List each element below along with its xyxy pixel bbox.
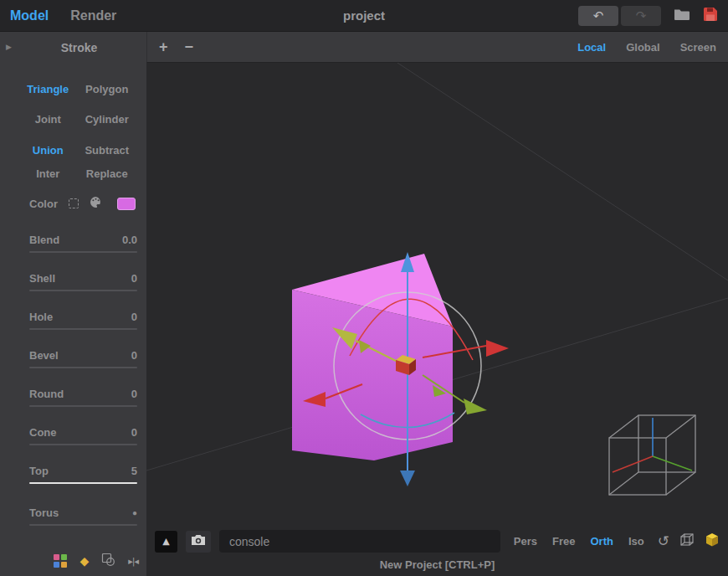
- slider-track[interactable]: [29, 328, 137, 330]
- slider-label: Hole: [29, 311, 53, 323]
- gizmo-green-cone: [464, 399, 487, 414]
- slider-label: Blend: [29, 234, 59, 246]
- slider-shell[interactable]: Shell0: [29, 260, 137, 291]
- open-project-button[interactable]: [674, 8, 690, 23]
- four-squares-icon: [54, 554, 67, 568]
- viewport-toolbar: + − Local Global Screen: [146, 32, 728, 63]
- history-buttons: ↶ ↷: [578, 6, 661, 26]
- screenshot-button[interactable]: [186, 531, 211, 553]
- redo-icon: ↷: [636, 8, 647, 23]
- save-icon: [703, 7, 718, 24]
- space-mode-switch: Local Global Screen: [577, 41, 716, 54]
- yellow-cube-icon: [705, 532, 720, 550]
- orientation-cube[interactable]: [609, 415, 695, 495]
- boolean-buttons: Union Subtract Inter Replace: [18, 138, 136, 185]
- shape-button-joint[interactable]: Joint: [18, 104, 78, 134]
- slider-bevel[interactable]: Bevel0: [29, 337, 137, 368]
- view-mode-orth[interactable]: Orth: [591, 535, 613, 548]
- solid-view-button[interactable]: [705, 532, 720, 550]
- slider-value: 0: [131, 349, 137, 362]
- space-mode-global[interactable]: Global: [626, 41, 659, 54]
- viewport-bottom-bar: ▲ Pers Free Orth Iso ↺: [146, 526, 728, 557]
- slider-track[interactable]: [29, 367, 137, 368]
- slider-track[interactable]: [29, 444, 137, 445]
- mirror-button[interactable]: ▸|◂: [128, 556, 138, 567]
- slider-track[interactable]: [29, 482, 137, 484]
- slider-track[interactable]: [29, 405, 137, 407]
- save-project-button[interactable]: [703, 7, 718, 24]
- shape-buttons: Triangle Polygon Joint Cylinder: [18, 74, 136, 134]
- scene-canvas[interactable]: [146, 63, 728, 526]
- cube-sphere-icon: [101, 553, 115, 569]
- space-mode-local[interactable]: Local: [577, 41, 606, 54]
- sidebar-footer: ◆ ▸|◂: [0, 546, 146, 576]
- panel-title: Stroke: [0, 32, 146, 63]
- view-mode-pers[interactable]: Pers: [514, 535, 537, 548]
- slider-value: 0: [131, 426, 137, 439]
- reset-view-button[interactable]: ↺: [658, 534, 669, 548]
- shape-button-triangle[interactable]: Triangle: [18, 74, 78, 104]
- slider-value: 0: [131, 388, 137, 400]
- undo-icon: ↶: [593, 8, 604, 23]
- tab-model[interactable]: Model: [10, 8, 49, 23]
- slider-track[interactable]: [29, 290, 137, 291]
- shape-button-cylinder[interactable]: Cylinder: [78, 104, 137, 134]
- shape-button-polygon[interactable]: Polygon: [78, 74, 137, 104]
- undo-button[interactable]: ↶: [578, 6, 618, 26]
- viewport-icon-buttons: ↺: [658, 532, 720, 550]
- bool-button-subtract[interactable]: Subtract: [78, 138, 137, 162]
- slider-label: Top: [29, 465, 49, 477]
- slider-value: 0: [131, 272, 137, 285]
- slider-track[interactable]: [29, 524, 137, 526]
- bool-button-replace[interactable]: Replace: [78, 162, 137, 185]
- space-mode-screen[interactable]: Screen: [680, 41, 716, 54]
- color-swatch[interactable]: [117, 198, 136, 210]
- bool-button-union[interactable]: Union: [18, 138, 78, 162]
- color-label: Color: [29, 198, 58, 210]
- slider-round[interactable]: Round0: [29, 375, 137, 407]
- wireframe-toggle-button[interactable]: [679, 532, 695, 550]
- topbar-actions: ↶ ↷: [578, 6, 718, 26]
- add-button[interactable]: +: [159, 39, 168, 54]
- slider-value: 0.0: [122, 234, 137, 246]
- parameter-sliders: Blend0.0 Shell0 Hole0 Bevel0 Round0: [0, 221, 146, 526]
- app-window: Model Render project ↶ ↷ ▶ Stroke: [0, 0, 728, 576]
- slider-label: Cone: [29, 426, 57, 439]
- status-text: New Project [CTRL+P]: [380, 558, 495, 571]
- slider-label: Round: [29, 388, 64, 400]
- palette-icon[interactable]: [90, 196, 102, 212]
- console-input[interactable]: [219, 530, 500, 553]
- slider-cone[interactable]: Cone0: [29, 414, 137, 445]
- console-trigger-button[interactable]: ▲: [155, 531, 177, 553]
- primitives-button[interactable]: [54, 554, 67, 568]
- slider-blend[interactable]: Blend0.0: [29, 221, 137, 253]
- slider-torus[interactable]: Torus●: [29, 494, 137, 526]
- remove-button[interactable]: −: [185, 39, 194, 54]
- mirror-icon: ▸|◂: [128, 556, 138, 567]
- scene-view[interactable]: [146, 63, 728, 526]
- material-button[interactable]: ◆: [79, 555, 89, 567]
- slider-top[interactable]: Top5: [29, 452, 137, 484]
- slider-value: ●: [132, 508, 137, 517]
- slider-hole[interactable]: Hole0: [29, 298, 137, 330]
- top-bar: Model Render project ↶ ↷: [0, 0, 728, 32]
- solid-mode-button[interactable]: [101, 553, 115, 569]
- slider-value: 5: [131, 465, 137, 477]
- axis-x-red: [613, 456, 653, 472]
- folder-icon: [674, 8, 690, 23]
- color-picker-icon[interactable]: [69, 198, 79, 208]
- redo-button[interactable]: ↷: [621, 6, 661, 26]
- panel-collapse-icon[interactable]: ▶: [6, 43, 12, 51]
- viewport-column: + − Local Global Screen: [146, 32, 728, 576]
- camera-icon: [191, 534, 206, 548]
- view-mode-free[interactable]: Free: [552, 535, 575, 548]
- slider-track[interactable]: [29, 251, 137, 253]
- tab-render[interactable]: Render: [70, 8, 116, 23]
- slider-value: 0: [131, 311, 137, 323]
- stroke-panel: ▶ Stroke Triangle Polygon Joint Cylinder…: [0, 32, 146, 576]
- view-mode-iso[interactable]: Iso: [628, 535, 644, 548]
- gizmo-blue-cone-down: [400, 471, 415, 486]
- bool-button-inter[interactable]: Inter: [18, 162, 78, 185]
- slider-label: Torus: [29, 507, 59, 519]
- gizmo-red-cone-right: [486, 340, 509, 357]
